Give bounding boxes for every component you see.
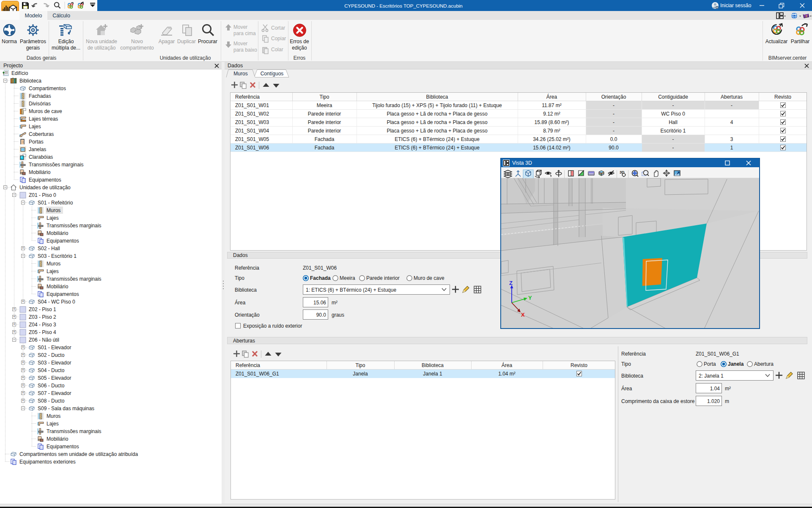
svg-text:3D: 3D: [620, 170, 625, 174]
svg-text:X: X: [521, 312, 525, 318]
svg-text:Y: Y: [528, 295, 532, 301]
svg-text:Z: Z: [509, 280, 513, 286]
svg-text:?: ?: [805, 14, 807, 18]
